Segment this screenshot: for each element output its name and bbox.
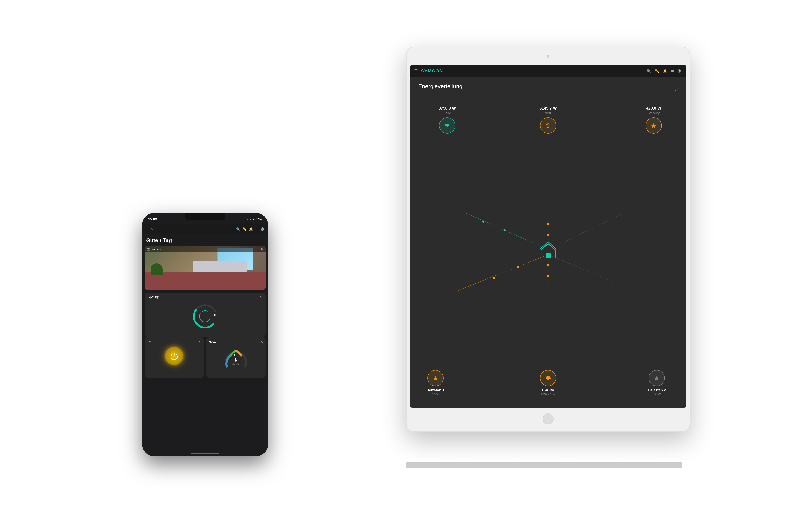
tv-refresh-icon[interactable]: ↻ (199, 341, 201, 344)
netz-label: Netz (545, 111, 552, 115)
netz-node: 8145.7 W Netz (539, 106, 557, 134)
svg-rect-14 (445, 123, 449, 126)
webcam-plant (151, 264, 163, 275)
phone-search-icon[interactable]: 🔍 (236, 227, 240, 231)
svg-rect-21 (546, 253, 551, 258)
phone-nav-header: ☰ ⌂ 🔍 ✏️ 🔔 ⊞ ⚙️ (142, 224, 268, 234)
tablet-bell-icon[interactable]: 🔔 (663, 69, 667, 73)
svg-point-6 (482, 221, 485, 223)
solar-icon (444, 122, 451, 129)
tablet-stand (406, 462, 682, 468)
heizstab1-icon (432, 375, 439, 381)
svg-point-9 (547, 234, 549, 236)
battery-text: 25% (256, 218, 262, 221)
standby-value: 420.0 W (646, 106, 661, 111)
tablet-screen-container: ☰ SYMCON 🔍 ✏️ 🔔 ⊞ ⚙️ Energieverteilung (410, 65, 686, 408)
tablet-edit-icon[interactable]: ✏️ (655, 69, 659, 73)
phone-device: 15:09 ▲▲▲ 25% ☰ ⌂ 🔍 ✏️ 🔔 ⊞ ⚙️ Guten Tag (142, 213, 268, 456)
webcam-refresh-icon[interactable]: ↻ (261, 247, 263, 251)
svg-point-11 (547, 275, 549, 277)
spotlight-refresh-icon[interactable]: ↻ (260, 296, 262, 299)
heizstab1-node: Heizstab 1 3.6 W (426, 370, 444, 396)
svg-point-25 (546, 379, 547, 381)
solar-icon-circle (439, 117, 455, 134)
webcam-header: 📷 Webcam ↻ (145, 245, 265, 252)
heizstab2-node: Heizstab 2 0.0 W (648, 370, 666, 396)
svg-marker-27 (654, 376, 659, 381)
scene: ☰ SYMCON 🔍 ✏️ 🔔 ⊞ ⚙️ Energieverteilung (81, 31, 731, 476)
tablet-device: ☰ SYMCON 🔍 ✏️ 🔔 ⊞ ⚙️ Energieverteilung (406, 47, 690, 432)
spotlight-header: Spotlight ↻ (148, 295, 262, 299)
eauto-node: E-Auto 10977.1 W (540, 370, 556, 396)
phone-edit-icon[interactable]: ✏️ (243, 227, 247, 231)
tablet-header-icons: 🔍 ✏️ 🔔 ⊞ ⚙️ (647, 69, 682, 73)
tv-power-button[interactable] (165, 347, 183, 365)
standby-icon (650, 122, 657, 129)
tablet-camera (547, 55, 549, 58)
solar-value: 3750.0 W (439, 106, 456, 111)
phone-grid-icon[interactable]: ⊞ (256, 227, 258, 231)
phone-home-bar (191, 453, 219, 454)
svg-point-12 (517, 266, 519, 268)
tv-power-icon (170, 352, 178, 360)
tablet-logo[interactable]: SYMCON (421, 68, 443, 74)
phone-bell-icon[interactable]: 🔔 (249, 227, 253, 231)
netz-icon (545, 122, 551, 129)
phone-widgets: 📷 Webcam ↻ Sp (142, 245, 268, 337)
eauto-value: 10977.1 W (541, 392, 556, 396)
widget-spotlight: Spotlight ↻ (145, 293, 265, 337)
tablet-menu-icon[interactable]: ☰ (414, 68, 418, 73)
netz-value: 8145.7 W (539, 106, 557, 111)
phone-settings-icon[interactable]: ⚙️ (261, 227, 265, 231)
svg-point-32 (213, 314, 216, 316)
heizen-refresh-icon[interactable]: ↻ (261, 341, 263, 344)
tv-title: TV (147, 340, 151, 343)
standby-node: 420.0 W Standby (646, 106, 662, 134)
widget-tv: TV ↻ (145, 337, 204, 378)
svg-point-8 (547, 223, 549, 225)
phone-home-icon[interactable]: ⌂ (151, 227, 153, 231)
svg-line-3 (457, 256, 544, 291)
svg-marker-20 (651, 123, 656, 128)
svg-point-13 (493, 277, 495, 279)
tablet-grid-icon[interactable]: ⊞ (671, 69, 674, 73)
tablet-expand-icon[interactable]: ⤢ (674, 87, 678, 92)
energy-diagram: 3750.0 W Solar (418, 100, 678, 402)
tablet-home-button[interactable] (543, 413, 554, 424)
tablet-content: Energieverteilung ⤢ (410, 77, 686, 408)
house-icon (538, 241, 558, 261)
eauto-icon-circle (540, 370, 556, 386)
heizstab1-icon-circle (427, 370, 444, 386)
tablet-settings-icon[interactable]: ⚙️ (677, 69, 682, 73)
tv-header: TV ↻ (147, 340, 201, 345)
svg-marker-22 (433, 376, 438, 381)
svg-point-10 (547, 264, 549, 266)
tablet-header: ☰ SYMCON 🔍 ✏️ 🔔 ⊞ ⚙️ (410, 65, 686, 77)
solar-label: Solar (443, 111, 451, 115)
tablet-search-icon[interactable]: 🔍 (647, 69, 651, 73)
tablet-screen-title: Energieverteilung (418, 83, 462, 90)
phone-notch (185, 213, 225, 220)
widget-webcam: 📷 Webcam ↻ (145, 245, 265, 290)
heizen-gauge[interactable]: 21.5°C (209, 346, 263, 373)
phone-bottom-row: TV ↻ Heizen ↻ (142, 337, 268, 378)
svg-text:21.5°C: 21.5°C (233, 362, 239, 365)
spotlight-dial[interactable] (148, 301, 262, 332)
heizen-title: Heizen (209, 340, 218, 343)
heizstab1-value: 3.6 W (432, 392, 439, 396)
svg-point-7 (504, 229, 506, 231)
spotlight-dial-svg (190, 301, 220, 332)
phone-screen: 15:09 ▲▲▲ 25% ☰ ⌂ 🔍 ✏️ 🔔 ⊞ ⚙️ Guten Tag (142, 213, 268, 456)
spotlight-title: Spotlight (148, 295, 160, 299)
phone-menu-icon[interactable]: ☰ (145, 227, 148, 231)
webcam-floor (145, 272, 265, 290)
standby-icon-circle (646, 117, 662, 134)
heizstab2-label: Heizstab 2 (648, 388, 666, 392)
svg-point-26 (549, 379, 550, 381)
eauto-label: E-Auto (542, 388, 554, 392)
svg-point-34 (235, 359, 237, 361)
phone-status-icons: ▲▲▲ 25% (246, 218, 262, 221)
svg-line-5 (552, 256, 624, 287)
phone-greeting: Guten Tag (142, 234, 268, 245)
heizstab2-icon (653, 375, 660, 381)
